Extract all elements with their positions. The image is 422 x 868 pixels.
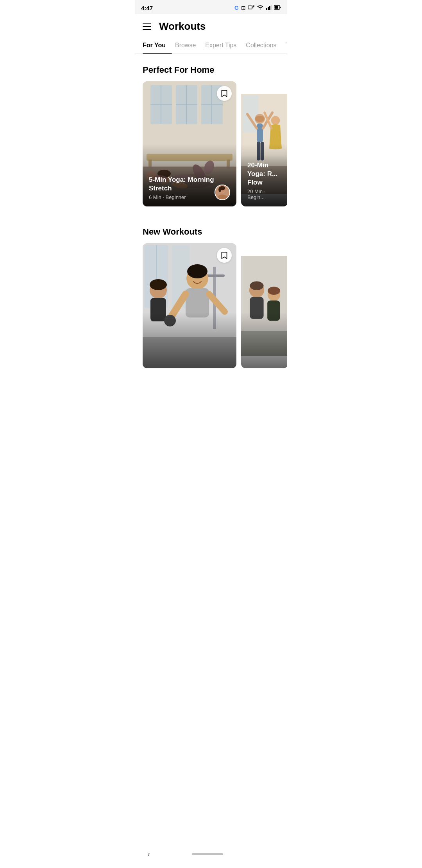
- card-overlay-yoga-flow: 20-Min Yoga: R...Flow 20 Min · Begin...: [241, 155, 287, 206]
- svg-point-38: [218, 187, 221, 192]
- cast-icon: [248, 4, 254, 11]
- svg-point-60: [187, 264, 207, 278]
- content: Perfect For Home: [135, 54, 287, 378]
- tab-expert-tips[interactable]: Expert Tips: [205, 37, 243, 54]
- svg-rect-8: [280, 7, 281, 8]
- svg-rect-4: [269, 6, 270, 10]
- signal-icon: [266, 4, 272, 11]
- card-yoga-flow[interactable]: 20-Min Yoga: R...Flow 20 Min · Begin...: [241, 81, 287, 206]
- tab-for-you[interactable]: For You: [143, 37, 172, 54]
- tab-browse[interactable]: Browse: [175, 37, 202, 54]
- section-title-new-workouts: New Workouts: [143, 227, 279, 237]
- bookmark-button-new-workout-1[interactable]: [217, 248, 232, 263]
- battery-icon: [274, 4, 281, 11]
- header: Workouts: [135, 14, 287, 37]
- section-title-perfect-for-home: Perfect For Home: [143, 65, 279, 75]
- nav-tabs: For You Browse Expert Tips Collections T…: [135, 37, 287, 54]
- bookmark-button-yoga-morning[interactable]: [217, 86, 232, 101]
- status-time: 4:47: [141, 5, 153, 11]
- svg-rect-5: [271, 5, 272, 10]
- svg-rect-0: [248, 6, 252, 9]
- svg-point-43: [255, 116, 265, 122]
- card-new-workout-1[interactable]: [143, 243, 236, 368]
- svg-rect-2: [266, 8, 267, 10]
- card-yoga-morning-stretch[interactable]: 5-Min Yoga: Morning Stretch 6 Min · Begi…: [143, 81, 236, 206]
- google-icon: G: [234, 5, 239, 11]
- section-new-workouts: New Workouts: [135, 216, 287, 378]
- svg-rect-7: [275, 6, 278, 9]
- page-title: Workouts: [159, 20, 206, 32]
- svg-point-73: [250, 282, 263, 290]
- cards-scroll-new-workouts[interactable]: [135, 243, 287, 371]
- section-perfect-for-home: Perfect For Home: [135, 54, 287, 216]
- menu-button[interactable]: [143, 23, 151, 30]
- card-title-yoga-flow: 20-Min Yoga: R...Flow: [247, 161, 282, 187]
- status-bar: 4:47 G ⊡: [135, 0, 287, 14]
- screenshot-icon: ⊡: [241, 5, 246, 11]
- tab-trainers[interactable]: Trainers: [286, 37, 287, 54]
- cards-scroll-perfect-for-home[interactable]: 5-Min Yoga: Morning Stretch 6 Min · Begi…: [135, 81, 287, 210]
- tab-collections[interactable]: Collections: [246, 37, 283, 54]
- card-meta-yoga-flow: 20 Min · Begin...: [247, 188, 282, 200]
- trainer-avatar-yoga-morning: [215, 185, 230, 200]
- card-new-workout-2[interactable]: [241, 243, 287, 368]
- wifi-icon: [257, 4, 264, 11]
- svg-point-65: [150, 279, 167, 290]
- svg-point-1: [252, 7, 253, 8]
- svg-rect-44: [257, 124, 263, 142]
- svg-point-49: [271, 116, 280, 125]
- svg-point-76: [268, 287, 280, 295]
- status-icons: G ⊡: [234, 4, 281, 11]
- svg-rect-3: [268, 7, 269, 10]
